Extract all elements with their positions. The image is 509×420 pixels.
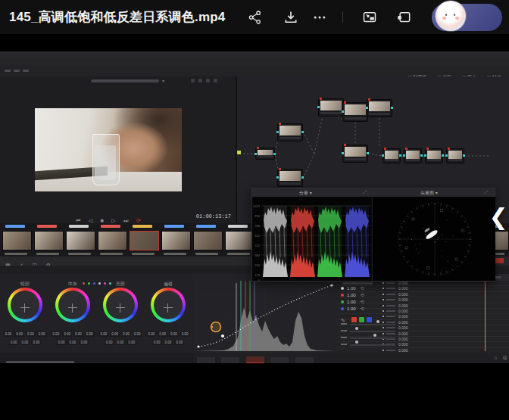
resolve-toolbar-row [0, 58, 509, 65]
color-wheels-panel: 暗部0.000.000.000.000.000.000.00中灰0.000.00… [0, 274, 194, 363]
channel-B: 1.00⟲ [341, 303, 364, 310]
wheel-ring[interactable] [55, 288, 90, 322]
grade-node-7[interactable] [383, 148, 401, 163]
curve-mode-tabs [194, 353, 338, 363]
timeline-clip-2[interactable] [66, 223, 95, 255]
picture-in-picture-icon[interactable] [361, 10, 378, 25]
channel-gains: 1.00⟲1.00⟲1.00⟲1.00⟲ [341, 282, 364, 310]
curve-tab-selected[interactable] [246, 356, 264, 363]
vectorscope [372, 197, 495, 281]
parade-scope: 10238967686405123842561280 [252, 197, 371, 281]
channel-Y: 1.00⟲ [341, 282, 364, 289]
color-swatch[interactable] [367, 317, 372, 322]
clip-thumbnail[interactable] [2, 231, 32, 250]
wheel-ring[interactable] [8, 288, 42, 322]
player-top-bar: 145_高调低饱和低反差日系调色.mp4 [0, 0, 509, 34]
parade-expand-icon[interactable]: ⤢ [363, 190, 367, 195]
viewer-panel: ▾ ⏮ ◁ ■ [0, 76, 236, 224]
playlist-panel-toggle-chevron[interactable]: ❮ [489, 203, 508, 232]
timeline-name-dropdown[interactable] [91, 79, 159, 82]
resolve-menu-bar: DaVinci Resolve文件编辑修剪时间线片段标记显示播放Fusion调色… [0, 51, 509, 58]
water-glass [92, 134, 120, 185]
curve-tab[interactable] [270, 357, 289, 363]
grade-node-3[interactable] [318, 98, 344, 117]
player-control-bar: 00:03:15 00:06:24 倍速 超清 字幕 查找 选集 SVIP [0, 363, 509, 420]
timeline-clip-0[interactable] [2, 223, 32, 255]
wheel-ring[interactable] [103, 288, 138, 322]
color-wheel-0[interactable]: 暗部0.000.000.000.000.000.000.00 [2, 281, 48, 356]
clip-thumbnail[interactable] [193, 231, 223, 250]
viewer-transport-controls: ⏮ ◁ ■ ▷ ⏭ ⟳ 01:00:13:17 [0, 212, 236, 224]
svg-text:128: 128 [254, 273, 260, 277]
curve-tab[interactable] [295, 357, 314, 363]
grade-node-2[interactable] [277, 169, 303, 187]
home-icon[interactable]: ⌂ [494, 353, 497, 363]
svg-text:256: 256 [254, 263, 260, 267]
share-icon[interactable] [247, 10, 264, 25]
grade-node-5[interactable] [367, 99, 392, 117]
clip-thumbnail[interactable] [161, 231, 191, 250]
video-title: 145_高调低饱和低反差日系调色.mp4 [9, 8, 226, 26]
keyframe-panel-footer: ⌂ ⧉ [338, 353, 509, 363]
keyframe-panel: 0.0000.0000.0000.0000.0000.0000.0000.000… [338, 274, 509, 363]
grade-node-8[interactable] [404, 148, 422, 163]
channel-R: 1.00⟲ [341, 289, 364, 296]
video-player: 145_高调低饱和低反差日系调色.mp4 [0, 0, 509, 420]
expand-icon[interactable]: ⧉ [503, 353, 507, 363]
keyframe-row-9[interactable]: 0.000 [338, 331, 509, 337]
clip-thumbnail[interactable] [225, 231, 254, 250]
video-frame-resolve-screenshot: DaVinci Resolve文件编辑修剪时间线片段标记显示播放Fusion调色… [0, 34, 509, 363]
color-wheel-3[interactable]: 偏移0.000.000.000.000.000.000.00 [145, 281, 192, 356]
vectorscope-expand-icon[interactable]: ⤢ [484, 190, 488, 195]
pencil-icon: ✎ [341, 318, 345, 323]
grade-node-6[interactable] [342, 145, 368, 163]
reset-icon[interactable]: ⟲ [361, 306, 364, 311]
svg-text:768: 768 [254, 224, 260, 228]
grade-node-4[interactable] [342, 102, 368, 122]
channel-G: 1.00⟲ [341, 296, 364, 303]
timeline-clip-3[interactable] [98, 223, 127, 255]
svg-text:0: 0 [258, 278, 261, 282]
scopes-header: 分量 ▾ ⤢ 矢量图 ▾ ⤢ [252, 188, 495, 197]
grade-node-10[interactable] [446, 148, 464, 163]
grade-node-0[interactable] [255, 148, 275, 160]
wheel-ring[interactable] [151, 288, 186, 322]
wheels-bottom-strip [0, 353, 194, 363]
svg-text:1023: 1023 [253, 204, 261, 208]
keyframe-playhead[interactable] [485, 281, 486, 351]
grade-node-1[interactable] [277, 123, 303, 142]
theater-mode-icon[interactable] [396, 10, 413, 25]
grade-node-9[interactable] [425, 148, 443, 163]
timeline-clip-4[interactable] [130, 223, 159, 255]
clip-thumbnail[interactable] [98, 231, 127, 250]
viewer-timecode: 01:00:13:17 [196, 213, 231, 219]
wheels-header [0, 274, 194, 281]
timeline-clip-1[interactable] [34, 223, 64, 255]
curve-tab[interactable] [221, 357, 239, 363]
download-icon[interactable] [283, 10, 299, 25]
custom-curve-chart[interactable] [195, 277, 335, 351]
color-wheel-2[interactable]: 亮部0.000.000.000.000.000.000.00 [97, 281, 144, 356]
viewer-video-frame [35, 108, 182, 191]
node-source-input [237, 151, 241, 154]
more-icon[interactable] [311, 10, 328, 25]
svg-text:640: 640 [254, 234, 260, 238]
color-wheel-1[interactable]: 中灰0.000.000.000.000.000.000.00 [49, 281, 96, 356]
color-swatch[interactable] [351, 317, 357, 322]
clip-thumbnail[interactable] [66, 231, 95, 250]
clip-thumbnail[interactable] [34, 231, 64, 250]
curves-panel [194, 274, 338, 363]
timeline-clip-5[interactable] [161, 223, 191, 255]
timeline-clip-7[interactable] [225, 223, 254, 255]
clip-thumbnail[interactable] [130, 231, 159, 250]
timeline-clip-6[interactable] [193, 223, 223, 255]
topbar-divider [342, 11, 343, 23]
svg-text:384: 384 [254, 254, 260, 257]
avatar[interactable] [436, 1, 466, 31]
scopes-window: 分量 ▾ ⤢ 矢量图 ▾ ⤢ 1023896768640512384256128… [251, 188, 495, 282]
rgb-swatches: ✎ [341, 312, 374, 319]
parade-title[interactable]: 分量 ▾ [299, 190, 312, 197]
curve-tab[interactable] [197, 357, 215, 363]
color-swatch[interactable] [359, 317, 364, 322]
vectorscope-title[interactable]: 矢量图 ▾ [420, 190, 438, 197]
